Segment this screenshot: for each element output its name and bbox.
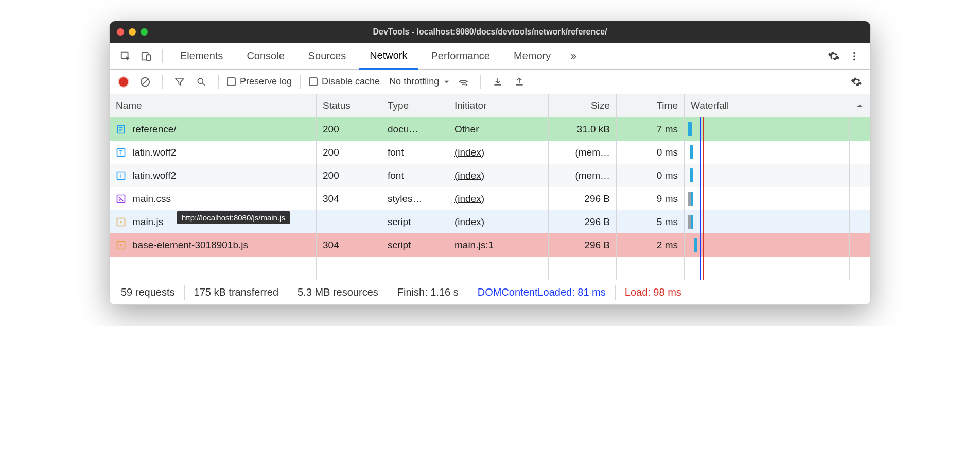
col-time[interactable]: Time xyxy=(617,94,685,117)
cell-name[interactable]: main.css xyxy=(110,187,317,210)
zoom-window-button[interactable] xyxy=(141,28,148,36)
export-har-icon[interactable] xyxy=(511,73,528,91)
cell-waterfall xyxy=(685,164,870,187)
svg-rect-2 xyxy=(147,55,150,60)
disable-cache-checkbox[interactable]: Disable cache xyxy=(309,76,380,87)
import-har-icon[interactable] xyxy=(489,73,506,91)
request-name: base-element-3018901b.js xyxy=(132,240,248,251)
cell-status xyxy=(317,210,381,233)
col-name[interactable]: Name xyxy=(110,94,317,117)
sort-ascending-icon xyxy=(856,102,863,109)
table-row[interactable]: Tlatin.woff2200font(index)(mem…0 ms xyxy=(110,141,870,164)
status-resources: 5.3 MB resources xyxy=(288,284,388,301)
cell-name[interactable]: reference/ xyxy=(110,117,317,141)
svg-point-5 xyxy=(853,58,855,60)
window-title: DevTools - localhost:8080/docs/devtools/… xyxy=(110,27,870,37)
preserve-log-label: Preserve log xyxy=(240,76,292,87)
cell-initiator[interactable]: (index) xyxy=(448,141,549,164)
request-name: latin.woff2 xyxy=(132,147,176,158)
cell-name[interactable]: base-element-3018901b.js xyxy=(110,233,317,257)
preserve-log-checkbox[interactable]: Preserve log xyxy=(227,76,292,87)
cell-size: 296 B xyxy=(549,187,617,210)
svg-point-10 xyxy=(466,83,468,86)
svg-point-8 xyxy=(198,78,203,83)
cell-initiator[interactable]: Other xyxy=(448,117,549,141)
cell-waterfall xyxy=(685,187,870,210)
window-titlebar: DevTools - localhost:8080/docs/devtools/… xyxy=(110,21,870,43)
more-panels-button[interactable]: » xyxy=(564,43,583,70)
cell-name[interactable]: Tlatin.woff2 xyxy=(110,141,317,164)
search-icon[interactable] xyxy=(192,73,210,91)
tab-network[interactable]: Network xyxy=(359,43,417,70)
svg-text:T: T xyxy=(119,149,123,156)
cell-status: 200 xyxy=(317,164,381,187)
col-status[interactable]: Status xyxy=(317,94,381,117)
col-size[interactable]: Size xyxy=(549,94,617,117)
cell-initiator[interactable]: main.js:1 xyxy=(448,233,549,257)
network-settings-gear-icon[interactable] xyxy=(848,73,865,91)
kebab-menu-icon[interactable] xyxy=(846,47,863,65)
filter-icon[interactable] xyxy=(171,73,188,91)
table-row[interactable]: main.css304styles…(index)296 B9 ms xyxy=(110,187,870,210)
inspect-element-icon[interactable] xyxy=(117,47,134,65)
cell-time: 0 ms xyxy=(617,164,685,187)
tab-memory[interactable]: Memory xyxy=(503,43,561,70)
doc-file-icon xyxy=(116,124,126,134)
table-row-empty xyxy=(110,257,870,280)
cell-time: 7 ms xyxy=(617,117,685,141)
tab-performance[interactable]: Performance xyxy=(421,43,501,70)
css-file-icon xyxy=(116,194,126,204)
cell-name[interactable]: main.jshttp://localhost:8080/js/main.js xyxy=(110,210,317,233)
cell-name[interactable]: Tlatin.woff2 xyxy=(110,164,317,187)
clear-button[interactable] xyxy=(136,73,154,91)
cell-status: 304 xyxy=(317,233,381,257)
tab-console[interactable]: Console xyxy=(236,43,294,70)
request-name: main.css xyxy=(132,193,171,205)
table-row[interactable]: reference/200docu…Other31.0 kB7 ms xyxy=(110,117,870,141)
cell-waterfall xyxy=(685,117,870,141)
throttling-label: No throttling xyxy=(389,76,439,87)
close-window-button[interactable] xyxy=(117,28,124,36)
network-conditions-icon[interactable] xyxy=(454,73,472,91)
throttling-select[interactable]: No throttling xyxy=(389,76,450,87)
svg-line-9 xyxy=(203,83,205,85)
device-toolbar-icon[interactable] xyxy=(137,47,155,65)
table-row[interactable]: Tlatin.woff2200font(index)(mem…0 ms xyxy=(110,164,870,187)
cell-size: (mem… xyxy=(549,164,617,187)
cell-waterfall xyxy=(685,210,870,233)
chevron-down-icon xyxy=(443,78,450,86)
cell-initiator[interactable]: (index) xyxy=(448,210,549,233)
cell-type: script xyxy=(381,210,448,233)
cell-type: styles… xyxy=(381,187,448,210)
request-name: reference/ xyxy=(132,124,177,135)
cell-waterfall xyxy=(685,141,870,164)
status-load: Load: 98 ms xyxy=(616,284,691,301)
font-file-icon: T xyxy=(116,171,126,181)
col-waterfall[interactable]: Waterfall xyxy=(685,94,870,117)
cell-status: 304 xyxy=(317,187,381,210)
minimize-window-button[interactable] xyxy=(129,28,136,36)
tab-sources[interactable]: Sources xyxy=(298,43,356,70)
svg-point-4 xyxy=(853,55,855,57)
record-button[interactable] xyxy=(115,73,132,91)
cell-time: 9 ms xyxy=(617,187,685,210)
cell-size: 296 B xyxy=(549,233,617,257)
status-domcontentloaded: DOMContentLoaded: 81 ms xyxy=(468,284,615,301)
svg-rect-12 xyxy=(516,84,523,86)
cell-size: 296 B xyxy=(549,210,617,233)
devtools-panel-tabs: ElementsConsoleSourcesNetworkPerformance… xyxy=(110,43,870,70)
cell-time: 5 ms xyxy=(617,210,685,233)
cell-initiator[interactable]: (index) xyxy=(448,187,549,210)
settings-gear-icon[interactable] xyxy=(825,47,843,65)
cell-size: (mem… xyxy=(549,141,617,164)
table-row[interactable]: base-element-3018901b.js304scriptmain.js… xyxy=(110,233,870,257)
cell-status: 200 xyxy=(317,117,381,141)
network-toolbar: Preserve log Disable cache No throttling xyxy=(110,70,870,94)
devtools-window: DevTools - localhost:8080/docs/devtools/… xyxy=(109,21,871,305)
col-initiator[interactable]: Initiator xyxy=(448,94,549,117)
cell-initiator[interactable]: (index) xyxy=(448,164,549,187)
table-row[interactable]: main.jshttp://localhost:8080/js/main.jss… xyxy=(110,210,870,233)
col-type[interactable]: Type xyxy=(381,94,448,117)
tab-elements[interactable]: Elements xyxy=(170,43,233,70)
cell-type: docu… xyxy=(381,117,448,141)
